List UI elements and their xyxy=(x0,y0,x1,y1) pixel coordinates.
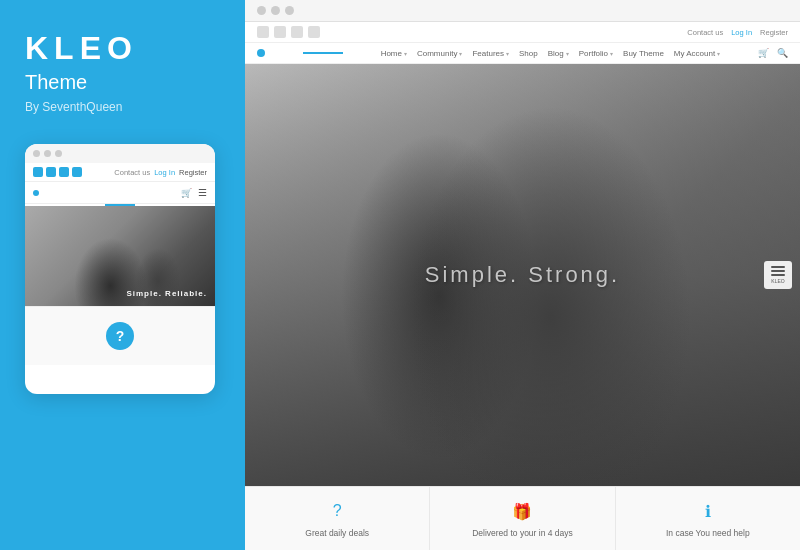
mobile-social-icons xyxy=(33,167,82,177)
google-icon xyxy=(59,167,69,177)
kleo-title: KLEO xyxy=(25,30,220,67)
desktop-login: Log In xyxy=(731,28,752,37)
mobile-register: Register xyxy=(179,168,207,177)
mobile-hero-text: Simple. Reliable. xyxy=(126,289,207,298)
left-panel: KLEO Theme By SeventhQueen Contact us Lo… xyxy=(0,0,245,550)
chevron-down-icon: ▾ xyxy=(566,50,569,57)
desktop-menu: Home ▾Community ▾Features ▾ShopBlog ▾Por… xyxy=(381,49,721,58)
mobile-question-button[interactable]: ? xyxy=(106,322,134,350)
feature-label-1: Delivered to your in 4 days xyxy=(472,528,573,538)
desktop-linkedin-icon xyxy=(308,26,320,38)
chevron-down-icon: ▾ xyxy=(717,50,720,57)
desktop-menu-item-blog[interactable]: Blog ▾ xyxy=(548,49,569,58)
desktop-menu-item-portfolio[interactable]: Portfolio ▾ xyxy=(579,49,613,58)
kleo-author: By SeventhQueen xyxy=(25,100,220,114)
mobile-dot-1 xyxy=(33,150,40,157)
desktop-dot-3 xyxy=(285,6,294,15)
mobile-login: Log In xyxy=(154,168,175,177)
feature-item-0: ?Great daily deals xyxy=(245,487,430,550)
desktop-hero: KLEO Simple. Strong. xyxy=(245,64,800,486)
desktop-top-nav-right: Contact us Log In Register xyxy=(687,28,788,37)
desktop-hero-text: Simple. Strong. xyxy=(425,262,620,288)
linkedin-icon xyxy=(72,167,82,177)
desktop-dot-1 xyxy=(257,6,266,15)
mobile-cart-icon[interactable]: 🛒 xyxy=(181,188,192,198)
desktop-logo-area xyxy=(257,49,265,57)
feature-item-2: ℹIn case You need help xyxy=(616,487,800,550)
desktop-twitter-icon xyxy=(257,26,269,38)
chevron-down-icon: ▾ xyxy=(610,50,613,57)
kleo-subtitle: Theme xyxy=(25,71,220,94)
mobile-menu-icon[interactable]: ☰ xyxy=(198,187,207,198)
mobile-logo xyxy=(33,190,39,196)
mobile-nav-bar: Contact us Log In Register xyxy=(25,163,215,182)
chevron-down-icon: ▾ xyxy=(459,50,462,57)
mobile-top-bar xyxy=(25,144,215,163)
facebook-icon xyxy=(46,167,56,177)
desktop-google-icon xyxy=(291,26,303,38)
stack-pages-icon: KLEO xyxy=(764,261,792,289)
desktop-facebook-icon xyxy=(274,26,286,38)
desktop-menu-item-features[interactable]: Features ▾ xyxy=(472,49,509,58)
feature-icon-1: 🎁 xyxy=(510,499,534,523)
twitter-icon xyxy=(33,167,43,177)
feature-icon-2: ℹ xyxy=(696,499,720,523)
chevron-down-icon: ▾ xyxy=(404,50,407,57)
desktop-nav-top: Contact us Log In Register xyxy=(245,22,800,43)
features-bar: ?Great daily deals🎁Delivered to your in … xyxy=(245,486,800,550)
mobile-header-icons: 🛒 ☰ xyxy=(181,187,207,198)
mobile-dot-3 xyxy=(55,150,62,157)
stack-line-3 xyxy=(771,274,785,276)
stack-label: KLEO xyxy=(771,278,784,284)
stack-line-1 xyxy=(771,266,785,268)
mobile-mockup: Contact us Log In Register 🛒 ☰ Simple. R… xyxy=(25,144,215,394)
desktop-social-bar xyxy=(257,26,320,38)
desktop-cart-icon[interactable]: 🛒 xyxy=(758,48,769,58)
chevron-down-icon: ▾ xyxy=(506,50,509,57)
desktop-menu-item-my-account[interactable]: My Account ▾ xyxy=(674,49,720,58)
desktop-menu-item-shop[interactable]: Shop xyxy=(519,49,538,58)
feature-label-0: Great daily deals xyxy=(305,528,369,538)
desktop-menu-item-community[interactable]: Community ▾ xyxy=(417,49,462,58)
mobile-header: 🛒 ☰ xyxy=(25,182,215,204)
desktop-header: Home ▾Community ▾Features ▾ShopBlog ▾Por… xyxy=(245,43,800,64)
mobile-bottom: ? xyxy=(25,306,215,365)
desktop-nav-underline xyxy=(303,52,343,54)
feature-icon-0: ? xyxy=(325,499,349,523)
mobile-hero-image: Simple. Reliable. xyxy=(25,206,215,306)
feature-label-2: In case You need help xyxy=(666,528,750,538)
desktop-header-icons: 🛒 🔍 xyxy=(758,48,788,58)
mobile-contact: Contact us xyxy=(114,168,150,177)
desktop-dot-2 xyxy=(271,6,280,15)
desktop-search-icon[interactable]: 🔍 xyxy=(777,48,788,58)
desktop-menu-item-buy-theme[interactable]: Buy Theme xyxy=(623,49,664,58)
desktop-menu-item-home[interactable]: Home ▾ xyxy=(381,49,407,58)
stack-line-2 xyxy=(771,270,785,272)
mobile-dot-2 xyxy=(44,150,51,157)
desktop-logo-dot xyxy=(257,49,265,57)
right-panel: Contact us Log In Register Home ▾Communi… xyxy=(245,0,800,550)
desktop-contact: Contact us xyxy=(687,28,723,37)
desktop-top-bar xyxy=(245,0,800,22)
feature-item-1: 🎁Delivered to your in 4 days xyxy=(430,487,615,550)
desktop-register: Register xyxy=(760,28,788,37)
